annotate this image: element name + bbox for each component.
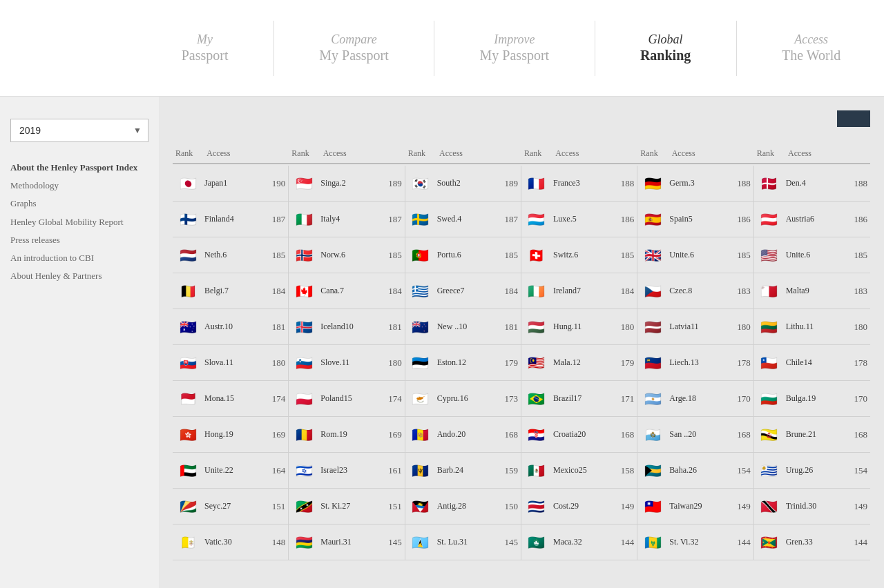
nav-access-world[interactable]: Access The World <box>768 0 854 96</box>
table-row[interactable]: 🇲🇨Mona.15174 <box>173 381 289 417</box>
sidebar-item-about-henley[interactable]: About the Henley Passport Index <box>10 159 148 177</box>
table-row[interactable]: 🇧🇸Baha.26154 <box>637 453 753 489</box>
table-row[interactable]: 🇹🇼Taiwan29149 <box>637 489 753 525</box>
table-row[interactable]: 🇸🇰Slova.11180 <box>173 345 289 381</box>
table-row[interactable]: 🇱🇺Luxe.5186 <box>521 202 637 237</box>
table-row[interactable]: 🇫🇮Finland4187 <box>173 202 289 237</box>
table-row[interactable]: 🇺🇸Unite.6185 <box>754 237 870 273</box>
table-row[interactable]: 🇪🇪Eston.12179 <box>405 345 521 381</box>
enquire-button[interactable] <box>837 110 870 127</box>
col-access-label-4: Access <box>555 148 579 159</box>
sidebar-item-press-releases[interactable]: Press releases <box>10 231 148 249</box>
table-row[interactable]: 🇦🇹Austria6186 <box>754 202 870 237</box>
table-row[interactable]: 🇸🇲San ..20168 <box>637 417 753 453</box>
sidebar-item-methodology[interactable]: Methodology <box>10 177 148 195</box>
table-row[interactable]: 🇦🇩Ando.20168 <box>405 417 521 453</box>
table-row[interactable]: 🇮🇹Italy4187 <box>289 202 405 237</box>
table-row[interactable]: 🇨🇿Czec.8183 <box>637 273 753 309</box>
table-row[interactable]: 🇨🇾Cypru.16173 <box>405 381 521 417</box>
table-row[interactable]: 🇧🇷Brazil17171 <box>521 381 637 417</box>
table-row[interactable]: 🇷🇴Rom.19169 <box>289 417 405 453</box>
table-row[interactable]: 🇧🇳Brune.21168 <box>754 417 870 453</box>
table-row[interactable]: 🇻🇨St. Vi.32144 <box>637 525 753 560</box>
table-row[interactable]: 🇩🇪Germ.3188 <box>637 166 753 202</box>
table-row[interactable]: 🇱🇹Lithu.11180 <box>754 309 870 345</box>
flag-icon: 🇮🇱 <box>291 458 316 483</box>
table-row[interactable]: 🇭🇺Hung.11180 <box>521 309 637 345</box>
nav-global-ranking-line2: Ranking <box>640 47 691 63</box>
nav-compare[interactable]: Compare My Passport <box>305 0 403 96</box>
table-row[interactable]: 🇳🇿New ..10181 <box>405 309 521 345</box>
table-row[interactable]: 🇨🇱Chile14178 <box>754 345 870 381</box>
table-row[interactable]: 🇱🇻Latvia11180 <box>637 309 753 345</box>
table-row[interactable]: 🇬🇷Greece7184 <box>405 273 521 309</box>
table-row[interactable]: 🇮🇸Iceland10181 <box>289 309 405 345</box>
flag-icon: 🇸🇰 <box>175 351 200 375</box>
table-row[interactable]: 🇯🇵Japan1190 <box>173 166 289 202</box>
table-row[interactable]: 🇦🇬Antig.28150 <box>405 489 521 525</box>
table-row[interactable]: 🇨🇷Cost.29149 <box>521 489 637 525</box>
table-row[interactable]: 🇰🇳St. Ki.27151 <box>289 489 405 525</box>
country-name: San ..20 <box>669 429 728 440</box>
table-row[interactable]: 🇲🇾Mala.12179 <box>521 345 637 381</box>
table-row[interactable]: 🇰🇷South2189 <box>405 166 521 202</box>
table-row[interactable]: 🇳🇴Norw.6185 <box>289 237 405 273</box>
col-access-label-2: Access <box>323 148 347 159</box>
flag-icon: 🇧🇬 <box>757 386 782 411</box>
country-name: Rom.19 <box>320 429 379 440</box>
table-row[interactable]: 🇻🇦Vatic.30148 <box>173 525 289 560</box>
country-info: Baha.26 <box>669 465 728 476</box>
sidebar-item-intro-cbi[interactable]: An introduction to CBI <box>10 249 148 267</box>
table-row[interactable]: 🇮🇪Ireland7184 <box>521 273 637 309</box>
country-name: Malta9 <box>786 286 845 296</box>
table-row[interactable]: 🇮🇱Israel23161 <box>289 453 405 489</box>
table-row[interactable]: 🇭🇰Hong.19169 <box>173 417 289 453</box>
access-score: 185 <box>266 250 285 261</box>
table-row[interactable]: 🇦🇪Unite.22164 <box>173 453 289 489</box>
main-nav: My Passport Compare My Passport Improve … <box>152 0 870 96</box>
year-select[interactable]: 2019 2018 2017 <box>10 119 148 142</box>
table-row[interactable]: 🇵🇱Poland15174 <box>289 381 405 417</box>
access-score: 183 <box>848 286 867 297</box>
table-row[interactable]: 🇲🇺Mauri.31145 <box>289 525 405 560</box>
table-row[interactable]: 🇨🇦Cana.7184 <box>289 273 405 309</box>
table-row[interactable]: 🇦🇺Austr.10181 <box>173 309 289 345</box>
nav-my-passport[interactable]: My Passport <box>168 0 242 96</box>
table-row[interactable]: 🇹🇹Trinid.30149 <box>754 489 870 525</box>
table-row[interactable]: 🇦🇷Arge.18170 <box>637 381 753 417</box>
table-row[interactable]: 🇸🇪Swed.4187 <box>405 202 521 237</box>
table-row[interactable]: 🇳🇱Neth.6185 <box>173 237 289 273</box>
nav-improve[interactable]: Improve My Passport <box>466 0 564 96</box>
table-row[interactable]: 🇸🇨Seyc.27151 <box>173 489 289 525</box>
table-row[interactable]: 🇧🇧Barb.24159 <box>405 453 521 489</box>
sidebar-item-about-partners[interactable]: About Henley & Partners <box>10 267 148 285</box>
country-name: Unite.22 <box>204 465 263 476</box>
nav-global-ranking[interactable]: Global Ranking <box>626 0 704 96</box>
table-row[interactable]: 🇺🇾Urug.26154 <box>754 453 870 489</box>
table-row[interactable]: 🇵🇹Portu.6185 <box>405 237 521 273</box>
table-row[interactable]: 🇬🇩Gren.33144 <box>754 525 870 560</box>
table-row[interactable]: 🇭🇷Croatia20168 <box>521 417 637 453</box>
table-row[interactable]: 🇲🇴Maca.32144 <box>521 525 637 560</box>
table-row[interactable]: 🇫🇷France3188 <box>521 166 637 202</box>
country-name: Brune.21 <box>786 429 845 440</box>
table-row[interactable]: 🇧🇪Belgi.7184 <box>173 273 289 309</box>
sidebar-item-mobility-report[interactable]: Henley Global Mobility Report <box>10 213 148 231</box>
table-row[interactable]: 🇬🇧Unite.6185 <box>637 237 753 273</box>
sidebar-item-graphs[interactable]: Graphs <box>10 195 148 213</box>
table-row[interactable]: 🇲🇽Mexico25158 <box>521 453 637 489</box>
table-row[interactable]: 🇨🇭Switz.6185 <box>521 237 637 273</box>
access-score: 171 <box>615 393 634 404</box>
flag-icon: 🇹🇼 <box>640 494 665 519</box>
country-info: Maca.32 <box>553 537 612 547</box>
table-row[interactable]: 🇱🇨St. Lu.31145 <box>405 525 521 560</box>
table-row[interactable]: 🇲🇹Malta9183 <box>754 273 870 309</box>
table-row[interactable]: 🇸🇬Singa.2189 <box>289 166 405 202</box>
table-row[interactable]: 🇱🇮Liech.13178 <box>637 345 753 381</box>
access-score: 145 <box>383 537 402 548</box>
table-row[interactable]: 🇪🇸Spain5186 <box>637 202 753 237</box>
flag-icon: 🇪🇪 <box>408 351 433 375</box>
table-row[interactable]: 🇧🇬Bulga.19170 <box>754 381 870 417</box>
table-row[interactable]: 🇩🇰Den.4188 <box>754 166 870 202</box>
table-row[interactable]: 🇸🇮Slove.11180 <box>289 345 405 381</box>
